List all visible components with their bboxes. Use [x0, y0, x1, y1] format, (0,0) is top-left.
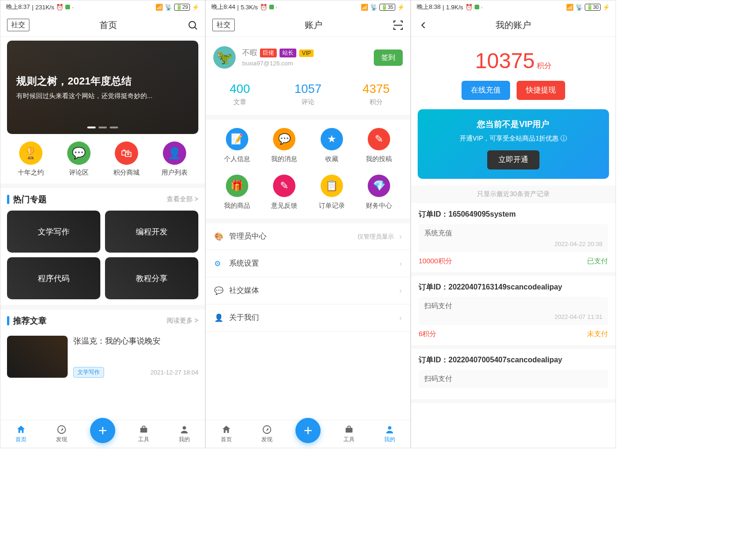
view-all-link[interactable]: 查看全部 >	[167, 195, 198, 204]
stat-item[interactable]: 1057 评论	[274, 82, 342, 106]
action-item[interactable]: ★ 收藏	[308, 128, 356, 163]
quick-icon: 🏆	[19, 141, 42, 165]
svg-marker-3	[61, 428, 64, 431]
hero-banner[interactable]: 规则之树，2021年度总结 有时候回过头来看这个网站，还觉得挺奇妙的...	[7, 41, 198, 134]
quick-item[interactable]: 🏆 十年之约	[7, 141, 55, 177]
action-item[interactable]: 💬 我的消息	[261, 128, 308, 163]
stat-label: 评论	[274, 98, 342, 106]
tab-label: 发现	[261, 436, 273, 444]
quick-item[interactable]: 👤 用户列表	[151, 141, 199, 177]
status-speed: 5.3K/s	[241, 4, 258, 11]
order-item[interactable]: 订单ID：20220407005407scancodealipay 扫码支付	[411, 349, 616, 403]
topic-card[interactable]: 文学写作	[7, 211, 100, 253]
chevron-right-icon: ›	[399, 314, 402, 322]
topic-card[interactable]: 程序代码	[7, 257, 100, 299]
order-item[interactable]: 订单ID：1650649095system 系统充值 2022-04-22 20…	[411, 203, 616, 276]
compass-icon	[56, 424, 67, 435]
stat-label: 文章	[206, 98, 274, 106]
tab-compass[interactable]: 发现	[247, 424, 288, 444]
list-row[interactable]: 🎨 管理员中心 仅管理员显示 ›	[206, 223, 410, 250]
status-bar: 晚上8:38 | 1.9K/s ⏰ · 📶 📡 🔋30 ⚡	[411, 0, 616, 14]
quick-item[interactable]: 🛍 积分商城	[103, 141, 151, 177]
list-icon: ⚙	[214, 259, 224, 268]
checkin-button[interactable]: 签到	[374, 49, 403, 66]
order-amount: 6积分	[419, 330, 436, 339]
article-card[interactable]: 张温克：我的心事说晚安 文学写作 2021-12-27 18:04	[7, 332, 198, 381]
list-row[interactable]: ⚙ 系统设置 ›	[206, 250, 410, 277]
quick-label: 用户列表	[161, 169, 188, 177]
action-icon: ★	[321, 128, 343, 150]
action-item[interactable]: ✎ 意见反馈	[261, 175, 308, 210]
svg-point-5	[183, 426, 186, 430]
tab-label: 首页	[15, 436, 27, 444]
status-time: 晚上8:44	[211, 3, 235, 11]
order-id: 订单ID：1650649095system	[419, 210, 608, 219]
list-text: 关于我们	[229, 313, 394, 323]
action-item[interactable]: 📝 个人信息	[213, 128, 261, 163]
order-status: 已支付	[587, 257, 608, 266]
alarm-icon: ⏰	[465, 4, 473, 11]
tab-person[interactable]: 我的	[164, 424, 205, 444]
account-screen: 晚上8:44 | 5.3K/s ⏰ · 📶 📡 🔋35 ⚡ 社交 账户 🦖 不暇…	[205, 0, 411, 448]
read-more-link[interactable]: 阅读更多 >	[167, 317, 198, 325]
action-item[interactable]: 💎 财务中心	[356, 175, 403, 210]
topic-card[interactable]: 编程开发	[105, 211, 198, 253]
action-icon: 🎁	[226, 175, 248, 197]
fab-button[interactable]: +	[295, 418, 321, 443]
vip-open-button[interactable]: 立即开通	[487, 150, 539, 169]
stat-value: 1057	[274, 82, 342, 96]
social-tag[interactable]: 社交	[212, 19, 235, 31]
tab-home[interactable]: 首页	[206, 424, 247, 444]
order-status: 未支付	[587, 330, 608, 339]
stat-value: 4375	[342, 82, 410, 96]
action-icon: 📝	[226, 128, 248, 150]
order-date: 2022-04-22 20:38	[424, 240, 602, 247]
order-desc: 系统充值	[424, 229, 602, 238]
tab-person[interactable]: 我的	[369, 424, 410, 444]
article-title: 张温克：我的心事说晚安	[73, 336, 198, 346]
quick-icon: 💬	[67, 141, 91, 165]
list-row[interactable]: 👤 关于我们 ›	[206, 304, 410, 331]
wifi-icon: 📡	[370, 4, 378, 11]
list-row[interactable]: 💬 社交媒体 ›	[206, 277, 410, 304]
action-item[interactable]: ✎ 我的投稿	[356, 128, 403, 163]
article-tag[interactable]: 文学写作	[73, 367, 104, 378]
topic-card[interactable]: 教程分享	[105, 257, 198, 299]
action-item[interactable]: 🎁 我的商品	[213, 175, 261, 210]
stat-item[interactable]: 4375 积分	[342, 82, 410, 106]
quick-item[interactable]: 💬 评论区	[55, 141, 103, 177]
compass-icon	[262, 424, 272, 435]
back-icon[interactable]	[418, 20, 429, 31]
tab-compass[interactable]: 发现	[42, 424, 83, 444]
home-screen: 晚上8:37 | 231K/s ⏰ · 📶 📡 🔋29 ⚡ 社交 首页 规则之树…	[0, 0, 205, 448]
hero-subtitle: 有时候回过头来看这个网站，还觉得挺奇妙的...	[16, 92, 189, 100]
social-tag[interactable]: 社交	[7, 19, 29, 31]
scan-icon[interactable]	[392, 20, 404, 31]
svg-rect-4	[140, 428, 147, 432]
search-icon[interactable]	[187, 20, 198, 31]
quick-icon: 🛍	[115, 141, 138, 165]
order-desc: 扫码支付	[424, 302, 602, 310]
header: 我的账户	[411, 14, 616, 37]
withdraw-button[interactable]: 快捷提现	[517, 81, 565, 100]
tab-briefcase[interactable]: 工具	[123, 424, 164, 444]
stat-item[interactable]: 400 文章	[206, 82, 274, 106]
action-item[interactable]: 📋 订单记录	[308, 175, 356, 210]
help-icon[interactable]: ⓘ	[560, 134, 567, 143]
avatar[interactable]: 🦖	[213, 46, 236, 69]
page-title: 我的账户	[429, 19, 598, 31]
tab-home[interactable]: 首页	[0, 424, 42, 444]
quick-label: 积分商城	[113, 169, 140, 177]
quick-label: 十年之约	[18, 169, 44, 177]
profile-header: 🦖 不暇 巨佬 站长 VIP buxia97@126.com 签到	[206, 37, 410, 78]
quick-grid: 🏆 十年之约 💬 评论区 🛍 积分商城 👤 用户列表	[0, 138, 205, 183]
stat-label: 积分	[342, 98, 410, 106]
order-item[interactable]: 订单ID：20220407163149scancodealipay 扫码支付 2…	[411, 276, 616, 349]
tab-briefcase[interactable]: 工具	[329, 424, 370, 444]
action-label: 个人信息	[224, 155, 250, 163]
signal-icon: 📶	[566, 4, 574, 11]
fab-button[interactable]: +	[90, 418, 115, 443]
status-speed: 231K/s	[35, 4, 54, 11]
recharge-button[interactable]: 在线充值	[462, 81, 510, 100]
action-label: 订单记录	[319, 202, 345, 210]
